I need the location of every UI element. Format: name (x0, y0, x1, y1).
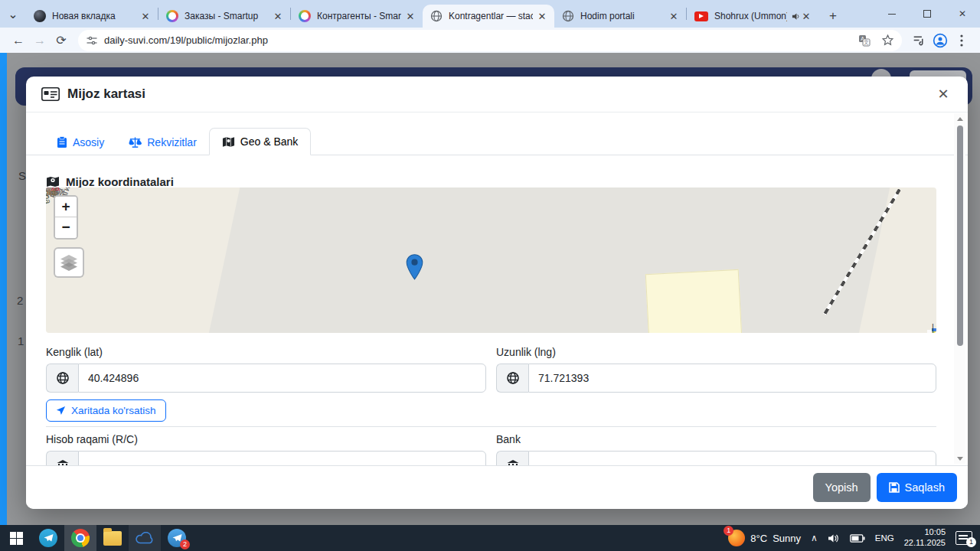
show-on-map-button[interactable]: Xaritada ko'rsatish (46, 399, 166, 422)
window-maximize-button[interactable] (910, 0, 945, 28)
tab-geo-bank[interactable]: Geo & Bank (209, 128, 312, 155)
messenger-badge-icon[interactable]: 2 (161, 525, 193, 551)
browser-tab-6[interactable]: Shohrux (Ummon) & M ✕ (687, 5, 818, 28)
minimize-icon (888, 14, 896, 15)
start-button[interactable] (0, 525, 32, 551)
address-bar[interactable]: daily-suvi.com/19l/public/mijozlar.php A… (78, 30, 902, 51)
tab-label: Geo & Bank (240, 135, 299, 148)
account-label: Hisob raqami (R/C) (46, 433, 486, 445)
maximize-icon (923, 10, 931, 18)
weather-widget[interactable]: 1 8°C Sunny (728, 530, 801, 546)
browser-tab-strip: ⌄ Новая вкладка ✕ Заказы - Smartup ✕ Кон… (0, 0, 980, 28)
youtube-favicon (694, 11, 708, 21)
modal-close-button[interactable]: ✕ (934, 86, 952, 103)
globe-icon (46, 364, 78, 393)
notification-center-icon[interactable]: 1 (956, 531, 972, 545)
chrome-taskbar-icon[interactable] (64, 525, 96, 551)
lng-input[interactable] (528, 364, 936, 393)
new-tab-favicon (34, 10, 46, 22)
clock-time: 10:05 (904, 527, 946, 538)
window-close-button[interactable]: ✕ (945, 0, 980, 28)
scrollbar-thumb[interactable] (957, 126, 963, 346)
map-attribution: Leaflet | © OpenStreetMap (927, 330, 936, 333)
save-button[interactable]: Saqlash (877, 473, 957, 502)
browser-tab-5[interactable]: Hodim portali ✕ (554, 5, 686, 28)
page-edge-strip (0, 53, 7, 525)
tab-close-icon[interactable]: ✕ (536, 10, 548, 22)
section-divider (46, 426, 936, 427)
backdrop-text-fragment: 1 (18, 334, 24, 347)
tab-audio-icon[interactable] (792, 12, 800, 21)
weather-temp: 8°C (750, 533, 767, 544)
tab-title: Kontragentlar — stacked m (449, 11, 533, 21)
page-backdrop: S 2 1 Mijoz kartasi ✕ Asosiy Rekvizitlar… (0, 53, 980, 525)
menu-dots-icon[interactable] (951, 30, 972, 51)
modal-title: Mijoz kartasi (67, 86, 145, 102)
smartup-favicon (299, 10, 311, 22)
tab-close-icon[interactable]: ✕ (272, 10, 284, 22)
tab-search-button[interactable]: ⌄ (0, 0, 26, 28)
unread-badge: 2 (180, 540, 190, 549)
modal-header: Mijoz kartasi ✕ (26, 77, 968, 112)
leaflet-map[interactable]: ♣♣ Кир Таги11-пр-А Кир Таги12-пр-А Кир Т… (46, 187, 936, 333)
bookmark-star-icon[interactable] (881, 34, 894, 47)
lat-input[interactable] (78, 364, 486, 393)
cloud-app-icon[interactable] (129, 525, 161, 551)
url-text[interactable]: daily-suvi.com/19l/public/mijozlar.php (104, 34, 858, 46)
map-layers-button[interactable] (54, 247, 84, 278)
browser-tab-1[interactable]: Новая вкладка ✕ (26, 5, 158, 28)
tab-rekvizitlar[interactable]: Rekvizitlar (116, 129, 209, 155)
tab-title: Заказы - Smartup (185, 11, 269, 21)
tab-close-icon[interactable]: ✕ (139, 10, 152, 22)
mijoz-kartasi-modal: Mijoz kartasi ✕ Asosiy Rekvizitlar Geo &… (26, 77, 968, 509)
battery-icon[interactable] (850, 534, 865, 543)
browser-tab-3[interactable]: Контрагенты - Smartup ✕ (291, 5, 423, 28)
file-explorer-icon[interactable] (96, 525, 129, 551)
modal-footer: Yopish Saqlash (26, 465, 968, 509)
new-tab-button[interactable]: + (822, 5, 844, 28)
tab-label: Asosiy (73, 136, 104, 148)
tab-close-icon[interactable]: ✕ (668, 10, 680, 22)
browser-tab-2[interactable]: Заказы - Smartup ✕ (158, 5, 290, 28)
id-card-icon (41, 87, 60, 101)
scroll-up-arrow[interactable] (954, 113, 965, 124)
browser-toolbar: ← → ⟳ daily-suvi.com/19l/public/mijozlar… (0, 28, 980, 53)
clock-widget[interactable]: 10:05 22.11.2025 (904, 527, 946, 549)
section-heading-text: Mijoz koordinatalari (66, 175, 174, 188)
map-zoom-control: + − (54, 195, 78, 240)
scroll-down-arrow[interactable] (954, 453, 965, 464)
tab-title: Shohrux (Ummon) & M (714, 11, 787, 21)
volume-icon[interactable] (828, 533, 840, 543)
modal-scrollbar[interactable] (954, 113, 965, 464)
lat-label: Kenglik (lat) (46, 346, 486, 358)
notification-badge: 1 (966, 537, 976, 547)
language-indicator[interactable]: ENG (875, 533, 894, 543)
lat-field-group: Kenglik (lat) (46, 346, 486, 393)
tray-chevron-icon[interactable]: ∧ (811, 533, 818, 543)
save-label: Saqlash (905, 481, 945, 494)
browser-tab-active[interactable]: Kontragentlar — stacked m ✕ (423, 5, 554, 28)
show-on-map-label: Xaritada ko'rsatish (71, 405, 156, 416)
zoom-in-button[interactable]: + (55, 197, 77, 217)
window-minimize-button[interactable] (874, 0, 910, 28)
back-button[interactable]: ← (8, 30, 29, 51)
modal-tabs: Asosiy Rekvizitlar Geo & Bank (26, 125, 968, 155)
close-button[interactable]: Yopish (813, 473, 871, 502)
lng-label: Uzunlik (lng) (496, 346, 936, 358)
zoom-out-button[interactable]: − (55, 217, 77, 238)
profile-avatar-icon[interactable] (929, 30, 951, 51)
translate-icon[interactable]: A文 (858, 34, 871, 47)
windows-taskbar: 2 1 8°C Sunny ∧ ENG 10:05 22.11.2025 1 (0, 525, 980, 551)
forward-button[interactable]: → (29, 30, 51, 51)
clock-date: 22.11.2025 (904, 538, 946, 549)
globe-favicon (562, 10, 574, 22)
organize-tabs-icon[interactable] (908, 30, 929, 51)
site-settings-icon[interactable] (86, 34, 98, 47)
telegram-icon[interactable] (32, 525, 64, 551)
lng-field-group: Uzunlik (lng) (496, 346, 936, 393)
tab-close-icon[interactable]: ✕ (404, 10, 416, 22)
tab-title: Контрагенты - Smartup (317, 11, 401, 21)
tab-asosiy[interactable]: Asosiy (44, 129, 116, 155)
tab-close-icon[interactable]: ✕ (800, 10, 812, 22)
reload-button[interactable]: ⟳ (51, 30, 72, 51)
